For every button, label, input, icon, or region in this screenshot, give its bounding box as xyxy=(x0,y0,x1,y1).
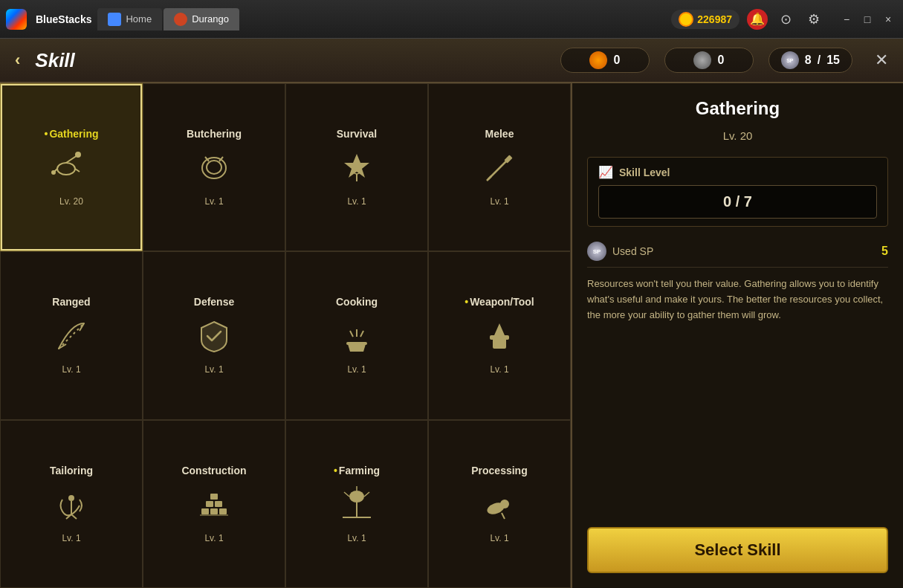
bluestacks-logo xyxy=(6,9,27,30)
svg-point-2 xyxy=(75,152,81,158)
svg-line-1 xyxy=(66,155,77,163)
tab-home[interactable]: Home xyxy=(97,8,162,30)
svg-rect-32 xyxy=(219,508,227,514)
tab-durango[interactable]: Durango xyxy=(164,8,239,30)
skill-level-cooking: Lv. 1 xyxy=(347,364,366,375)
svg-line-29 xyxy=(71,514,77,519)
used-sp-icon: SP xyxy=(587,242,606,261)
svg-line-5 xyxy=(75,169,80,172)
skill-level-weapon-tool: Lv. 1 xyxy=(490,364,508,375)
skill-name-melee: Melee xyxy=(485,128,514,140)
skill-icon-butchering xyxy=(192,146,236,190)
skill-icon-ranged xyxy=(49,314,94,358)
detail-subtitle: Lv. 20 xyxy=(587,129,888,142)
skill-description: Resources won't tell you their value. Ga… xyxy=(587,277,888,518)
sp-separator: / xyxy=(818,54,821,67)
skill-name-tailoring: Tailoring xyxy=(50,465,93,476)
skill-level-butchering: Lv. 1 xyxy=(204,196,223,207)
svg-rect-33 xyxy=(206,501,213,507)
svg-line-15 xyxy=(487,176,491,181)
svg-line-39 xyxy=(344,492,349,497)
gear-icon[interactable]: ⚙ xyxy=(803,9,824,30)
skill-cell-processing[interactable]: Processing Lv. 1 xyxy=(428,420,571,588)
used-sp-value: 5 xyxy=(881,245,888,258)
settings-icon[interactable]: ⊙ xyxy=(775,9,796,30)
skill-icon-survival xyxy=(334,146,379,190)
back-button[interactable]: ‹ xyxy=(15,51,20,70)
skill-level-defense: Lv. 1 xyxy=(204,364,223,375)
orange-stat-icon xyxy=(589,51,607,69)
skill-cell-gathering[interactable]: •Gathering Lv. 20 xyxy=(0,83,143,251)
svg-point-44 xyxy=(500,500,509,508)
stat2-value: 0 xyxy=(717,54,724,67)
coin-icon xyxy=(679,12,693,27)
skill-name-survival: Survival xyxy=(337,128,377,140)
svg-point-4 xyxy=(51,170,56,175)
skill-header: ‹ Skill 0 0 SP 8 / 15 ✕ xyxy=(0,39,903,83)
close-window-button[interactable]: × xyxy=(879,10,897,28)
skill-cell-melee[interactable]: Melee Lv. 1 xyxy=(428,83,571,251)
skill-cell-survival[interactable]: Survival Lv. 1 xyxy=(285,83,428,251)
svg-point-38 xyxy=(349,491,364,503)
svg-rect-35 xyxy=(210,494,218,500)
svg-line-20 xyxy=(350,331,353,337)
skill-cell-construction[interactable]: Construction Lv. 1 xyxy=(143,420,285,588)
svg-point-7 xyxy=(207,161,221,174)
skill-icon-farming xyxy=(334,482,379,527)
game-icon xyxy=(174,13,187,26)
skill-level-bar: 0 / 7 xyxy=(598,185,877,219)
skill-level-section: 📈 Skill Level 0 / 7 xyxy=(587,157,888,227)
skill-level-survival: Lv. 1 xyxy=(347,196,366,207)
skill-icon-cooking xyxy=(334,314,379,358)
tab-list: Home Durango xyxy=(97,8,239,30)
svg-rect-34 xyxy=(215,501,222,507)
skill-cell-butchering[interactable]: Butchering Lv. 1 xyxy=(143,83,285,251)
svg-line-18 xyxy=(59,323,84,349)
skill-cell-weapon-tool[interactable]: •Weapon/Tool Lv. 1 xyxy=(428,251,571,419)
skill-cell-tailoring[interactable]: Tailoring Lv. 1 xyxy=(0,420,143,588)
svg-marker-25 xyxy=(494,323,505,335)
brand-name: BlueStacks xyxy=(36,13,91,25)
skill-grid: •Gathering Lv. 20 xyxy=(0,83,572,588)
skill-level-header: 📈 Skill Level xyxy=(598,165,877,179)
close-button[interactable]: ✕ xyxy=(875,51,888,70)
svg-line-45 xyxy=(502,513,505,519)
skill-icon-processing xyxy=(477,482,522,527)
select-skill-button[interactable]: Select Skill xyxy=(587,527,888,573)
skill-level-processing: Lv. 1 xyxy=(490,533,508,543)
skill-cell-farming[interactable]: •Farming Lv. 1 xyxy=(285,420,428,588)
maximize-button[interactable]: □ xyxy=(858,10,876,28)
skill-icon-weapon-tool xyxy=(477,314,522,358)
svg-rect-23 xyxy=(493,338,506,349)
stat1-display: 0 xyxy=(560,48,650,73)
sp-icon: SP xyxy=(781,51,799,69)
trend-icon: 📈 xyxy=(598,165,613,179)
skill-name-ranged: Ranged xyxy=(52,296,90,308)
detail-panel: Gathering Lv. 20 📈 Skill Level 0 / 7 SP … xyxy=(572,83,903,588)
stat2-display: 0 xyxy=(664,48,754,73)
skill-name-weapon-tool: •Weapon/Tool xyxy=(465,296,534,308)
sp-max: 15 xyxy=(826,54,840,67)
stat1-value: 0 xyxy=(613,54,620,67)
skill-level-construction: Lv. 1 xyxy=(204,533,223,543)
coin-display: 226987 xyxy=(671,10,739,29)
skill-level-farming: Lv. 1 xyxy=(347,533,366,543)
title-bar-left: BlueStacks xyxy=(6,9,91,30)
skill-cell-defense[interactable]: Defense Lv. 1 xyxy=(143,251,285,419)
used-sp-section: SP Used SP 5 xyxy=(587,236,888,268)
skill-icon-tailoring xyxy=(49,482,94,527)
svg-line-22 xyxy=(360,331,363,337)
page-title: Skill xyxy=(35,49,74,72)
sp-display: SP 8 / 15 xyxy=(768,48,852,73)
title-bar: BlueStacks Home Durango 226987 🔔 ⊙ ⚙ − □… xyxy=(0,0,903,39)
svg-rect-30 xyxy=(201,508,209,514)
minimize-button[interactable]: − xyxy=(838,10,855,28)
skill-cell-cooking[interactable]: Cooking Lv. 1 xyxy=(285,251,428,419)
home-icon xyxy=(108,13,121,26)
notification-bell-icon[interactable]: 🔔 xyxy=(747,9,768,30)
skill-level-melee: Lv. 1 xyxy=(490,196,508,207)
main-content: •Gathering Lv. 20 xyxy=(0,83,903,588)
skill-level-tailoring: Lv. 1 xyxy=(62,533,80,543)
skill-cell-ranged[interactable]: Ranged Lv. 1 xyxy=(0,251,143,419)
skill-icon-defense xyxy=(192,314,236,358)
